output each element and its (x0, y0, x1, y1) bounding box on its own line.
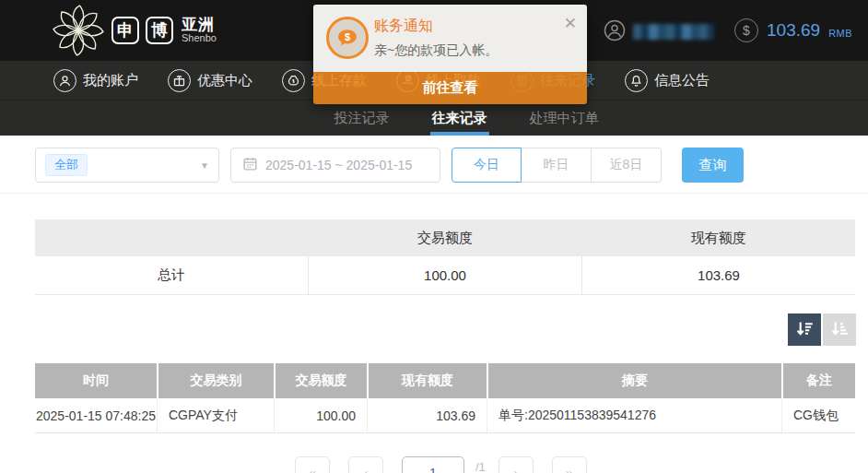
tab-betting-records[interactable]: 投注记录 (334, 101, 390, 136)
sort-desc-icon (795, 319, 815, 341)
person-icon (53, 69, 76, 92)
logo-region: 亚洲 (182, 17, 217, 33)
records-table: 时间 交易类别 交易额度 现有额度 摘要 备注 2025-01-15 07:48… (35, 363, 855, 433)
username-blurred (633, 24, 714, 40)
notification-message: 亲~您的款项已入帐。 (374, 42, 498, 59)
cell-summary: 单号:202501153839541276 (487, 398, 781, 432)
page-total-label: /1 (475, 460, 486, 473)
table-row: 2025-01-15 07:48:25 CGPAY支付 100.00 103.6… (35, 398, 855, 433)
col-header-remark: 备注 (781, 363, 855, 398)
col-header-type: 交易类别 (157, 363, 274, 398)
yesterday-button[interactable]: 昨日 (522, 148, 592, 183)
user-account-chip[interactable] (604, 19, 714, 44)
col-header-summary: 摘要 (487, 363, 781, 398)
dollar-coin-icon: $ (734, 18, 758, 42)
first-page-button[interactable]: « (295, 456, 330, 473)
nav-item-promotions[interactable]: 优惠中心 (168, 69, 252, 92)
today-button[interactable]: 今日 (452, 148, 522, 183)
nav-item-announcements[interactable]: 信息公告 (625, 69, 710, 92)
next-page-button[interactable]: › (499, 456, 534, 473)
records-header-row: 时间 交易类别 交易额度 现有额度 摘要 备注 (35, 363, 855, 398)
type-selected-tag: 全部 (45, 154, 88, 176)
flower-logo-icon (52, 4, 105, 57)
filter-divider (0, 193, 868, 194)
nav-label: 信息公告 (654, 72, 710, 89)
bell-icon (625, 69, 648, 92)
cell-amount: 100.00 (274, 398, 367, 432)
prev-page-button[interactable]: ‹ (348, 456, 383, 473)
svg-text:$: $ (345, 31, 350, 42)
date-range-value: 2025-01-15 ~ 2025-01-15 (265, 158, 412, 172)
close-icon[interactable]: ✕ (564, 14, 577, 33)
nav-label: 优惠中心 (197, 72, 252, 89)
summary-header-amount: 交易额度 (309, 219, 582, 256)
logo-char-shen: 申 (111, 17, 139, 44)
brand-logo[interactable]: 申 博 亚洲 Shenbo (52, 4, 217, 57)
sort-descending-button[interactable] (788, 313, 821, 346)
money-bag-icon (282, 69, 305, 92)
cell-type: CGPAY支付 (157, 398, 274, 432)
summary-header-empty (35, 219, 309, 256)
col-header-time: 时间 (35, 363, 157, 398)
summary-total-balance: 103.69 (581, 256, 855, 294)
cell-remark: CG钱包 (781, 398, 855, 432)
summary-total-amount: 100.00 (308, 256, 581, 294)
summary-total-row: 总计 100.00 103.69 (35, 256, 855, 295)
col-header-amount: 交易额度 (274, 363, 367, 398)
cell-balance: 103.69 (367, 398, 487, 432)
nav-item-my-account[interactable]: 我的账户 (53, 69, 138, 92)
quick-date-group: 今日 昨日 近8日 (452, 148, 662, 183)
account-notification-popup: $ 账务通知 亲~您的款项已入帐。 ✕ 前往查看 (313, 5, 587, 104)
notification-body: $ 账务通知 亲~您的款项已入帐。 ✕ (313, 5, 587, 72)
col-header-balance: 现有额度 (367, 363, 487, 398)
user-icon (604, 19, 626, 44)
pagination: « ‹ /1 › » (295, 456, 587, 473)
notification-title: 账务通知 (374, 17, 433, 36)
page-number-input[interactable] (402, 456, 464, 473)
logo-name-en: Shenbo (182, 33, 217, 44)
gift-icon (168, 69, 191, 92)
type-select[interactable]: 全部 ▼ (35, 148, 219, 183)
last8days-button[interactable]: 近8日 (592, 148, 662, 183)
summary-total-label: 总计 (35, 256, 308, 294)
summary-header-row: 交易额度 现有额度 (35, 219, 855, 256)
summary-header-balance: 现有额度 (581, 219, 855, 256)
calendar-icon (242, 156, 258, 174)
tab-pending-orders[interactable]: 处理中订单 (530, 101, 599, 136)
last-page-button[interactable]: » (552, 456, 587, 473)
sort-controls (788, 313, 856, 346)
go-view-button[interactable]: 前往查看 (313, 72, 587, 104)
nav-label: 我的账户 (83, 72, 138, 89)
money-message-icon: $ (326, 17, 369, 59)
balance-display: $ 103.69 RMB (734, 18, 852, 42)
sort-ascending-button[interactable] (823, 313, 856, 346)
chevron-down-icon: ▼ (200, 160, 209, 171)
query-button[interactable]: 查询 (682, 148, 744, 183)
logo-char-bo: 博 (146, 17, 173, 44)
balance-currency: RMB (828, 28, 852, 39)
balance-amount: 103.69 (767, 20, 820, 41)
cell-time: 2025-01-15 07:48:25 (35, 398, 157, 432)
sort-asc-icon (830, 319, 850, 341)
tab-transaction-records[interactable]: 往来记录 (432, 101, 487, 136)
record-tabs: 投注记录 往来记录 处理中订单 (0, 100, 868, 136)
summary-table: 交易额度 现有额度 总计 100.00 103.69 (35, 219, 855, 295)
date-range-picker[interactable]: 2025-01-15 ~ 2025-01-15 (230, 148, 440, 183)
